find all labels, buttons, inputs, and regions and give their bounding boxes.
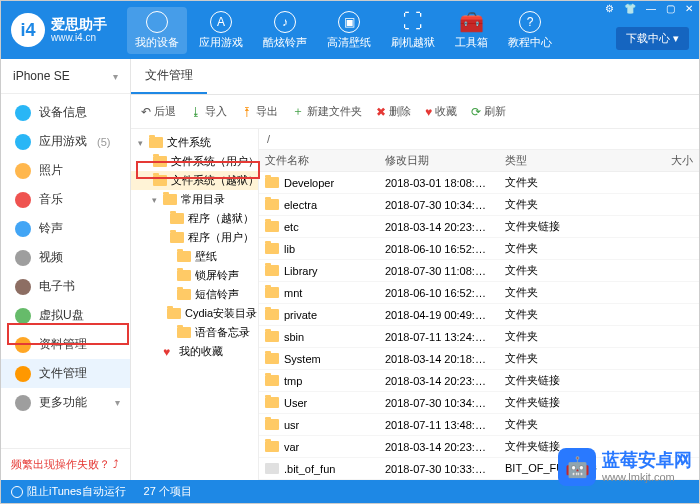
device-selector[interactable]: iPhone SE (1, 59, 130, 94)
import-button[interactable]: ⭳导入 (190, 104, 227, 119)
nav-jailbreak[interactable]: ⛶刷机越狱 (383, 7, 443, 54)
file-type: BIT_OF_FUN 文件 (499, 458, 649, 479)
settings-icon[interactable]: ⚙ (605, 3, 614, 14)
nav-apps[interactable]: A应用游戏 (191, 7, 251, 54)
sidebar-item-9[interactable]: 文件管理 (1, 359, 130, 388)
tree-node-4[interactable]: 程序（用户） (131, 228, 258, 247)
folder-icon (153, 175, 167, 186)
nav-tutorials[interactable]: ?教程中心 (500, 7, 560, 54)
file-row[interactable]: .bit_of_fun2018-07-30 10:33:…BIT_OF_FUN … (259, 458, 699, 480)
file-name: var (284, 441, 299, 453)
file-row[interactable]: etc2018-03-14 20:23:…文件夹链接 (259, 216, 699, 238)
file-date: 2018-07-30 10:33:… (379, 460, 499, 478)
file-date: 2018-07-30 10:34:… (379, 394, 499, 412)
tree-label: 壁纸 (195, 249, 217, 264)
file-row[interactable]: private2018-04-19 00:49:…文件夹 (259, 304, 699, 326)
sidebar-item-5[interactable]: 视频 (1, 243, 130, 272)
nav-toolbox[interactable]: 🧰工具箱 (447, 7, 496, 54)
sidebar-item-4[interactable]: 铃声 (1, 214, 130, 243)
col-name[interactable]: 文件名称 (259, 150, 379, 171)
tree-node-1[interactable]: 文件系统（越狱） (131, 171, 258, 190)
close-button[interactable]: ✕ (685, 3, 693, 14)
sidebar-item-8[interactable]: 资料管理 (1, 330, 130, 359)
folder-icon (265, 265, 279, 276)
file-row[interactable]: Library2018-07-30 11:08:…文件夹 (259, 260, 699, 282)
tree-node-10[interactable]: ♥我的收藏 (131, 342, 258, 361)
file-row[interactable]: lib2018-06-10 16:52:…文件夹 (259, 238, 699, 260)
file-row[interactable]: sbin2018-07-11 13:24:…文件夹 (259, 326, 699, 348)
tab-file-management[interactable]: 文件管理 (131, 59, 207, 94)
file-name: System (284, 353, 321, 365)
folder-icon (265, 331, 279, 342)
file-type: 文件夹 (499, 348, 649, 369)
file-row[interactable]: User2018-07-30 10:34:…文件夹链接 (259, 392, 699, 414)
help-link[interactable]: 频繁出现操作失败？ ⤴ (1, 448, 130, 480)
sidebar-item-10[interactable]: 更多功能 ▾ (1, 388, 130, 417)
tree-label: 锁屏铃声 (195, 268, 239, 283)
help-icon: ? (519, 11, 541, 33)
sidebar-item-6[interactable]: 电子书 (1, 272, 130, 301)
tree-node-9[interactable]: 语音备忘录 (131, 323, 258, 342)
refresh-icon: ⟳ (471, 105, 481, 119)
refresh-button[interactable]: ⟳刷新 (471, 104, 506, 119)
file-row[interactable]: electra2018-07-30 10:34:…文件夹 (259, 194, 699, 216)
export-button[interactable]: ⭱导出 (241, 104, 278, 119)
tree-toggle-icon[interactable]: ▾ (149, 195, 159, 205)
tree-node-7[interactable]: 短信铃声 (131, 285, 258, 304)
sidebar-item-0[interactable]: 设备信息 (1, 98, 130, 127)
file-row[interactable]: var2018-03-14 20:23:…文件夹链接 (259, 436, 699, 458)
nav-wallpapers[interactable]: ▣高清壁纸 (319, 7, 379, 54)
download-center-button[interactable]: 下载中心 ▾ (616, 27, 689, 50)
sidebar-item-7[interactable]: 虚拟U盘 (1, 301, 130, 330)
tree-node-0[interactable]: 文件系统（用户） (131, 152, 258, 171)
skin-icon[interactable]: 👕 (624, 3, 636, 14)
tree-node-3[interactable]: 程序（越狱） (131, 209, 258, 228)
nav-my-device[interactable]: 我的设备 (127, 7, 187, 54)
file-type: 文件夹链接 (499, 216, 649, 237)
col-type[interactable]: 类型 (499, 150, 649, 171)
file-row[interactable]: usr2018-07-11 13:48:…文件夹 (259, 414, 699, 436)
brand-url: www.i4.cn (51, 32, 107, 44)
folder-icon (265, 353, 279, 364)
brand-logo: i4 爱思助手 www.i4.cn (11, 13, 107, 47)
folder-icon (265, 441, 279, 452)
nav-ringtones[interactable]: ♪酷炫铃声 (255, 7, 315, 54)
sidebar-icon (15, 163, 31, 179)
file-row[interactable]: System2018-03-14 20:18:…文件夹 (259, 348, 699, 370)
tree-node-2[interactable]: ▾常用目录 (131, 190, 258, 209)
delete-icon: ✖ (376, 105, 386, 119)
col-size[interactable]: 大小 (649, 150, 699, 171)
minimize-button[interactable]: — (646, 3, 656, 14)
file-row[interactable]: tmp2018-03-14 20:23:…文件夹链接 (259, 370, 699, 392)
file-row[interactable]: Developer2018-03-01 18:08:…文件夹 (259, 172, 699, 194)
file-list[interactable]: Developer2018-03-01 18:08:…文件夹electra201… (259, 172, 699, 480)
file-row[interactable]: mnt2018-06-10 16:52:…文件夹 (259, 282, 699, 304)
toolbar: ↶后退 ⭳导入 ⭱导出 ＋新建文件夹 ✖删除 ♥收藏 ⟳刷新 (131, 95, 699, 129)
sidebar-item-3[interactable]: 音乐 (1, 185, 130, 214)
tree-node-8[interactable]: Cydia安装目录 (131, 304, 258, 323)
tree-label: 语音备忘录 (195, 325, 250, 340)
delete-button[interactable]: ✖删除 (376, 104, 411, 119)
col-date[interactable]: 修改日期 (379, 150, 499, 171)
sidebar-icon (15, 221, 31, 237)
tree-root[interactable]: ▾ 文件系统 (131, 133, 258, 152)
sidebar-label: 虚拟U盘 (39, 307, 84, 324)
maximize-button[interactable]: ▢ (666, 3, 675, 14)
file-name: .bit_of_fun (284, 463, 335, 475)
sidebar-item-1[interactable]: 应用游戏(5) (1, 127, 130, 156)
tree-node-6[interactable]: 锁屏铃声 (131, 266, 258, 285)
collapse-icon[interactable]: ▾ (135, 138, 145, 148)
file-size (649, 378, 699, 384)
new-folder-button[interactable]: ＋新建文件夹 (292, 103, 362, 120)
path-bar[interactable]: / (259, 129, 699, 150)
itunes-toggle[interactable]: 阻止iTunes自动运行 (11, 484, 126, 499)
tree-node-5[interactable]: 壁纸 (131, 247, 258, 266)
sidebar-item-2[interactable]: 照片 (1, 156, 130, 185)
folder-icon (265, 419, 279, 430)
back-button[interactable]: ↶后退 (141, 104, 176, 119)
favorite-button[interactable]: ♥收藏 (425, 104, 457, 119)
folder-icon (149, 137, 163, 148)
tree-label: 常用目录 (181, 192, 225, 207)
folder-icon (170, 232, 184, 243)
file-size (649, 246, 699, 252)
